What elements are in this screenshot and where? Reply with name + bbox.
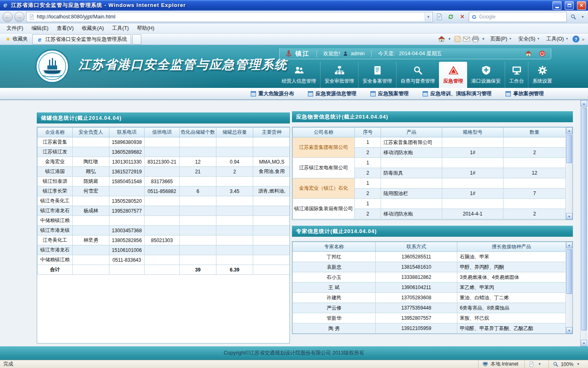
- cell: 1: [355, 158, 381, 168]
- scroll-down-button[interactable]: ▼: [581, 340, 587, 346]
- cell: [253, 265, 290, 275]
- cell: [145, 167, 180, 177]
- submenu-item[interactable]: 重大危险源分布: [251, 90, 294, 97]
- scroll-up-button[interactable]: ▲: [581, 100, 587, 107]
- cell: [145, 196, 180, 206]
- nav-item[interactable]: 系统设置: [528, 62, 556, 88]
- experts-panel-title: 专家信息统计(截止2014.04.04): [292, 226, 573, 237]
- scroll-up-button[interactable]: ▲: [566, 127, 572, 134]
- cell: 2: [355, 209, 381, 219]
- nav-item[interactable]: 工作台: [505, 62, 528, 88]
- supplies-scrollbar[interactable]: ▲▼: [566, 127, 572, 220]
- scroll-thumb[interactable]: [566, 249, 572, 294]
- toolbar-text-buttons: 页面(P)安全(S)工具(O): [488, 34, 571, 44]
- toolbar-text-button[interactable]: 工具(O): [543, 34, 571, 44]
- new-tab-button[interactable]: [132, 34, 141, 45]
- mail-icon[interactable]: [463, 35, 470, 43]
- cell: 83173665: [145, 177, 180, 186]
- toolbar-text-button[interactable]: 页面(P): [488, 34, 515, 44]
- cell: 杨成林: [73, 206, 109, 216]
- cell: [381, 178, 442, 188]
- menu-item[interactable]: 编辑(E): [27, 23, 53, 34]
- column-header: 专家名称: [293, 242, 376, 252]
- zoom-dropdown[interactable]: ▼: [575, 362, 581, 366]
- nav-item[interactable]: 经营人信息管理: [278, 62, 320, 88]
- column-header: 公司名称: [293, 128, 355, 137]
- menu-item[interactable]: 帮助(H): [133, 23, 158, 34]
- scroll-thumb[interactable]: [566, 135, 572, 163]
- scroll-thumb[interactable]: [581, 108, 587, 330]
- search-button[interactable]: [568, 12, 578, 22]
- submenu-item[interactable]: 事故案例管理: [506, 90, 544, 97]
- page-scrollbar[interactable]: ▲▼: [580, 100, 587, 346]
- url-field[interactable]: http://localhost:8080/yjpt/Main.html ▼: [26, 12, 433, 22]
- google-icon: G: [472, 14, 476, 20]
- cell: [216, 216, 253, 226]
- feeds-icon[interactable]: [454, 35, 461, 43]
- print-dropdown[interactable]: ▼: [481, 37, 486, 41]
- stop-button[interactable]: ×: [457, 12, 467, 22]
- minimize-button[interactable]: [552, 1, 561, 10]
- menu-item[interactable]: 收藏夹(A): [78, 23, 108, 34]
- supplies-table-container: 公司名称序号产品规格型号数量 江苏索普集团有限公司1江苏索普集团有限公司2移动消…: [292, 127, 573, 220]
- menu-item[interactable]: 工具(T): [108, 23, 133, 34]
- zoom-control[interactable]: 100% ▼: [548, 360, 585, 368]
- search-input[interactable]: G Google: [469, 12, 567, 22]
- page-mode-control[interactable]: ▼: [524, 360, 546, 368]
- compatibility-button[interactable]: [434, 12, 444, 22]
- scroll-down-button[interactable]: ▼: [566, 213, 572, 220]
- cell: 2: [355, 168, 381, 178]
- cell: [253, 147, 290, 157]
- content-area: 储罐信息统计(截止2014.04.04) 企业名称安全负责人联系电话值班电话危化…: [0, 100, 588, 346]
- back-button[interactable]: ←: [2, 12, 13, 22]
- help-icon[interactable]: ?: [572, 36, 579, 43]
- cell: 何雪宏: [73, 186, 109, 196]
- tab-main[interactable]: e 江苏省港口安全监管与应急管理系统: [32, 34, 131, 45]
- scroll-up-button[interactable]: ▲: [566, 242, 572, 248]
- home-dropdown[interactable]: ▼: [447, 37, 452, 41]
- supplies-panel: 应急物资信息统计(截止2014.04.04) 公司名称序号产品规格型号数量 江苏…: [292, 111, 573, 220]
- menu-item[interactable]: 文件(F): [2, 23, 27, 34]
- restore-button[interactable]: [565, 1, 574, 10]
- nav-item[interactable]: 安全审批管理: [320, 62, 358, 88]
- company-cell: 镇江港国际集装箱有限公司: [293, 199, 355, 219]
- url-dropdown[interactable]: ▼: [425, 13, 432, 21]
- forward-button[interactable]: →: [14, 12, 24, 22]
- nav-item[interactable]: 安全备案管理: [358, 62, 396, 88]
- logout-power-icon[interactable]: [539, 50, 546, 57]
- scroll-down-button[interactable]: ▼: [566, 327, 572, 334]
- menu-item[interactable]: 查看(V): [53, 23, 78, 34]
- home-icon[interactable]: [438, 35, 445, 43]
- nav-item[interactable]: 应急管理: [439, 62, 467, 88]
- cell: [253, 226, 290, 236]
- search-dropdown[interactable]: ▼: [580, 15, 586, 19]
- tank-table-body: 江苏索普集15896380938江苏镇江发13605289682金海宏业陶红暾1…: [38, 137, 290, 275]
- cell: 重油、白蜡油、丁二烯: [457, 293, 566, 303]
- experts-scrollbar[interactable]: ▲▼: [566, 242, 572, 334]
- cell: 13906104211: [376, 283, 457, 293]
- cell: 0511-833643: [109, 255, 145, 265]
- favorites-button[interactable]: ★ 收藏夹: [2, 34, 31, 44]
- table-row: 镇江恒泰沥陈炳庭1585045154883173665: [38, 177, 290, 186]
- cell: 13505280520: [109, 196, 145, 206]
- company-cell: 江苏索普集团有限公司: [293, 137, 355, 158]
- refresh-button[interactable]: [446, 12, 456, 22]
- submenu-item[interactable]: 应急资源信息管理: [308, 90, 356, 97]
- submenu-item[interactable]: 应急培训、演练和演习管理: [423, 90, 492, 97]
- home-shortcut-icon[interactable]: [525, 50, 532, 57]
- page-mode-dropdown[interactable]: ▼: [537, 362, 542, 366]
- overflow-chevron-icon[interactable]: »: [581, 37, 586, 42]
- submenu-item[interactable]: 应急预案管理: [370, 90, 409, 97]
- cell: 袁新忠: [293, 262, 376, 272]
- close-button[interactable]: ×: [577, 1, 586, 10]
- toolbar-text-button[interactable]: 安全(S): [515, 34, 543, 44]
- cell: 林坚勇: [73, 236, 109, 245]
- cell: [442, 158, 503, 168]
- nav-item[interactable]: 自查与督查管理: [396, 62, 439, 88]
- cell: [180, 206, 216, 216]
- nav-item[interactable]: 港口设施保安: [467, 62, 505, 88]
- address-bar: ← → http://localhost:8080/yjpt/Main.html…: [0, 11, 588, 23]
- cell: [180, 177, 216, 186]
- nav-item-label: 安全审批管理: [325, 78, 354, 85]
- print-icon[interactable]: [472, 35, 479, 43]
